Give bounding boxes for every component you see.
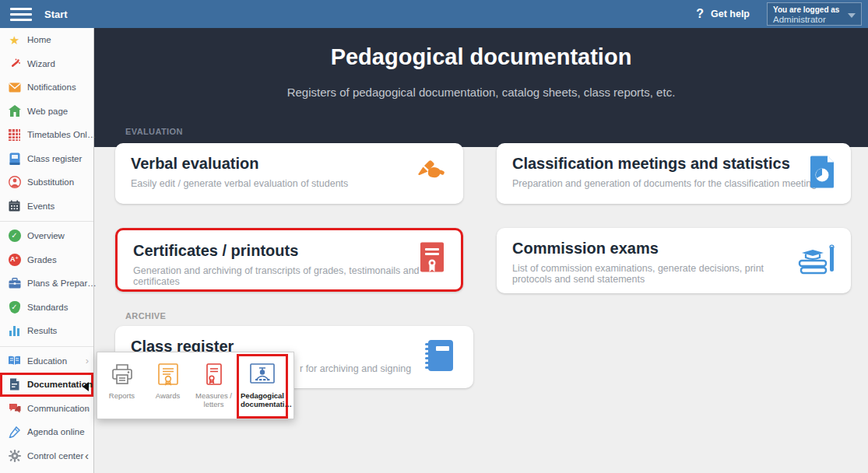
card-certificates-printouts[interactable]: Certificates / printouts Generation and … bbox=[115, 228, 463, 292]
popup-item-pedagogical-documentation[interactable]: Pedagogical documentati… bbox=[237, 354, 288, 419]
card-description: List of commission examinations, generat… bbox=[512, 263, 800, 285]
sidebar-item-grades[interactable]: A⁺ Grades bbox=[0, 248, 93, 272]
page-subtitle: Registers of pedagogical documentation, … bbox=[94, 86, 868, 99]
magic-wand-icon bbox=[7, 57, 22, 71]
certificate-icon bbox=[419, 242, 445, 278]
sidebar-item-agenda[interactable]: Agenda online bbox=[0, 420, 93, 444]
popup-item-measures-letters[interactable]: Measures / letters bbox=[191, 354, 237, 419]
page-title: Pedagogical documentation bbox=[94, 44, 868, 70]
writing-hand-icon bbox=[413, 158, 448, 189]
popup-item-awards[interactable]: Awards bbox=[145, 354, 191, 419]
card-title: Verbal evaluation bbox=[131, 155, 448, 173]
sidebar-item-label: Grades bbox=[27, 255, 57, 265]
award-certificate-icon bbox=[157, 362, 179, 387]
sidebar-item-wizard[interactable]: Wizard bbox=[0, 52, 93, 76]
sidebar-item-label: Plans & Prepar… bbox=[27, 279, 97, 288]
sidebar-item-home[interactable]: ★ Home bbox=[0, 28, 93, 52]
card-verbal-evaluation[interactable]: Verbal evaluation Easily edit / generate… bbox=[115, 143, 463, 204]
card-title: Classification meetings and statistics bbox=[512, 155, 835, 173]
popup-item-reports[interactable]: Reports bbox=[99, 354, 145, 419]
pen-icon bbox=[7, 425, 22, 439]
get-help-button[interactable]: ? Get help bbox=[696, 7, 750, 21]
get-help-label: Get help bbox=[711, 9, 750, 19]
chat-icon bbox=[7, 401, 22, 415]
sidebar-item-label: Standards bbox=[27, 303, 68, 312]
sidebar-item-label: Communication bbox=[27, 404, 90, 413]
exam-books-icon bbox=[798, 242, 835, 279]
book-icon bbox=[7, 152, 22, 166]
sidebar-item-events[interactable]: Events bbox=[0, 194, 93, 219]
sidebar-item-label: Notifications bbox=[27, 82, 76, 92]
notebook-icon bbox=[423, 338, 455, 376]
star-icon: ★ bbox=[7, 33, 22, 47]
card-description: Preparation and generation of documents … bbox=[512, 178, 835, 189]
check-circle-icon: ✓ bbox=[7, 229, 22, 243]
card-description: Generation and archiving of transcripts … bbox=[133, 265, 445, 287]
letter-document-icon bbox=[206, 362, 223, 387]
card-description-fragment: r for archiving and signing bbox=[300, 363, 411, 374]
start-nav-label[interactable]: Start bbox=[44, 9, 68, 20]
sidebar-item-communication[interactable]: Communication › bbox=[0, 397, 93, 421]
envelope-icon bbox=[7, 80, 22, 94]
section-label-evaluation: EVALUATION bbox=[125, 127, 183, 136]
card-commission-exams[interactable]: Commission exams List of commission exam… bbox=[497, 228, 851, 293]
sidebar-item-timetables[interactable]: Timetables Onl… bbox=[0, 123, 93, 147]
sidebar: ★ Home Wizard Notifications Web page T bbox=[0, 28, 94, 473]
hamburger-menu-icon[interactable] bbox=[10, 8, 32, 21]
sidebar-item-label: Wizard bbox=[27, 59, 55, 68]
sidebar-item-label: Home bbox=[27, 35, 51, 44]
person-icon bbox=[7, 175, 22, 189]
sidebar-item-label: Results bbox=[27, 326, 57, 335]
document-pie-icon bbox=[809, 156, 835, 191]
sidebar-item-label: Education bbox=[27, 356, 67, 366]
gear-icon bbox=[7, 449, 22, 463]
sidebar-item-standards[interactable]: ✓ Standards bbox=[0, 296, 93, 320]
sidebar-item-notifications[interactable]: Notifications bbox=[0, 75, 93, 100]
chevron-down-icon bbox=[848, 13, 856, 18]
sidebar-item-plans[interactable]: Plans & Prepar… bbox=[0, 272, 93, 296]
grade-badge-icon: A⁺ bbox=[7, 253, 22, 267]
sidebar-item-label: Agenda online bbox=[27, 427, 85, 436]
sidebar-item-label: Web page bbox=[27, 107, 68, 116]
sidebar-item-label: Overview bbox=[27, 231, 65, 240]
popup-item-label: Measures / letters bbox=[192, 391, 236, 409]
logged-as-label: You are logged as bbox=[773, 5, 856, 15]
application-window: Start ? Get help You are logged as Admin… bbox=[0, 0, 868, 473]
open-book-icon bbox=[7, 354, 22, 368]
sidebar-divider bbox=[0, 221, 93, 222]
chevron-right-icon: › bbox=[86, 355, 89, 366]
shield-check-icon: ✓ bbox=[7, 300, 22, 314]
sidebar-item-documentation[interactable]: Documentation bbox=[0, 373, 93, 397]
sidebar-item-label: Control center bbox=[27, 451, 83, 461]
calendar-icon bbox=[7, 199, 22, 213]
popup-item-label: Pedagogical documentati… bbox=[241, 391, 284, 409]
sidebar-item-label: Substitution bbox=[27, 177, 74, 187]
chevron-left-icon[interactable]: ‹ bbox=[85, 449, 89, 462]
briefcase-icon bbox=[7, 276, 22, 290]
card-title: Commission exams bbox=[512, 240, 835, 258]
pedagogical-documentation-icon bbox=[249, 362, 276, 387]
sidebar-item-label: Events bbox=[27, 201, 54, 211]
chevron-right-icon: › bbox=[86, 402, 89, 414]
popup-item-label: Awards bbox=[156, 391, 181, 400]
home-icon bbox=[7, 104, 22, 118]
sidebar-item-overview[interactable]: ✓ Overview bbox=[0, 224, 93, 248]
sidebar-item-substitution[interactable]: Substitution bbox=[0, 170, 93, 194]
sidebar-item-webpage[interactable]: Web page bbox=[0, 100, 93, 124]
sidebar-divider bbox=[0, 346, 93, 347]
section-label-archive: ARCHIVE bbox=[125, 311, 166, 321]
sidebar-item-education[interactable]: Education › bbox=[0, 349, 93, 373]
question-mark-icon: ? bbox=[696, 7, 704, 21]
card-classification-meetings[interactable]: Classification meetings and statistics P… bbox=[497, 143, 851, 204]
documentation-submenu-popup: Reports Awards Measures / letters Pedago… bbox=[97, 352, 294, 419]
sidebar-item-class-register[interactable]: Class register bbox=[0, 147, 93, 171]
logged-in-user-dropdown[interactable]: You are logged as Administrator bbox=[767, 2, 862, 26]
card-description: Easily edit / generate verbal evaluation… bbox=[131, 178, 448, 189]
user-name: Administrator bbox=[773, 15, 856, 25]
document-icon bbox=[7, 377, 22, 391]
sidebar-item-results[interactable]: Results bbox=[0, 319, 93, 343]
popup-item-label: Reports bbox=[109, 391, 135, 400]
sidebar-item-label: Class register bbox=[27, 154, 82, 163]
sidebar-item-control-center[interactable]: Control center ‹ bbox=[0, 444, 93, 468]
bar-chart-icon bbox=[7, 324, 22, 338]
